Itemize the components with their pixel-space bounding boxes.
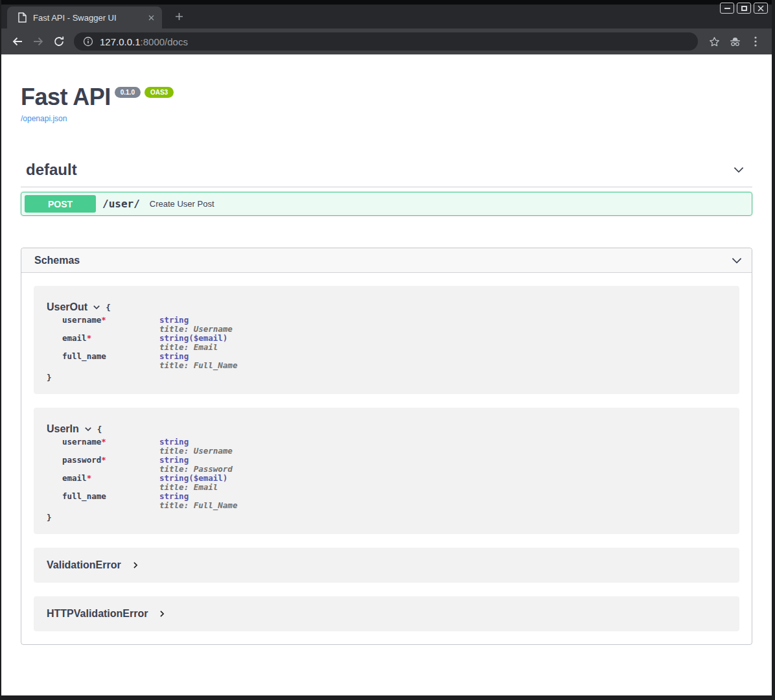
- property-row: full_name string title: Full_Name: [62, 352, 726, 370]
- model-name: HTTPValidationError: [47, 608, 148, 620]
- default-section-header[interactable]: default: [21, 161, 752, 187]
- close-icon: [758, 5, 764, 12]
- plus-icon: [175, 12, 183, 21]
- model-properties: username* string title: Username passwor…: [62, 438, 726, 510]
- schemas-header[interactable]: Schemas: [21, 248, 752, 273]
- window-minimize-button[interactable]: [720, 3, 734, 14]
- model-validationerror-toggle[interactable]: ValidationError: [47, 559, 726, 571]
- chevron-down-icon[interactable]: [730, 253, 744, 268]
- post-method-badge[interactable]: POST: [25, 195, 96, 213]
- prop-type: string: [159, 492, 237, 501]
- endpoint-path: /user/: [102, 198, 140, 210]
- model-userout-toggle[interactable]: UserOut {: [47, 301, 726, 313]
- url-bar[interactable]: 127.0.0.1:8000/docs: [74, 32, 698, 51]
- url-text[interactable]: 127.0.0.1:8000/docs: [100, 36, 188, 47]
- swagger-ui-page: Fast API 0.1.0 OAS3 /openapi.json defaul…: [1, 54, 772, 695]
- prop-type: string($email): [159, 334, 227, 343]
- prop-title: title: Full_Name: [159, 361, 237, 370]
- prop-type: string: [159, 352, 237, 361]
- model-userin-toggle[interactable]: UserIn {: [47, 423, 726, 435]
- oas3-badge: OAS3: [145, 87, 174, 98]
- browser-toolbar: 127.0.0.1:8000/docs: [1, 29, 772, 54]
- model-userout: UserOut { username* string title: Userna…: [34, 286, 739, 394]
- model-httpvalidationerror-toggle[interactable]: HTTPValidationError: [47, 608, 726, 620]
- window-titlebar: [1, 0, 772, 5]
- property-row: username* string title: Username: [62, 316, 726, 334]
- prop-title: title: Email: [159, 343, 227, 352]
- window-controls: [720, 3, 768, 14]
- prop-title: title: Email: [159, 483, 227, 492]
- url-host: 127.0.0.1: [100, 36, 141, 47]
- property-row: username* string title: Username: [62, 438, 726, 456]
- browser-window: Fast API - Swagger UI: [0, 0, 775, 700]
- model-name: ValidationError: [47, 559, 121, 571]
- required-star: *: [87, 473, 92, 483]
- chevron-down-icon[interactable]: [732, 163, 746, 177]
- brace-open: {: [97, 425, 102, 434]
- prop-title: title: Password: [159, 465, 233, 474]
- chevron-down-icon[interactable]: [92, 303, 101, 312]
- reload-button[interactable]: [49, 32, 69, 51]
- prop-name: username: [62, 437, 101, 447]
- tab-strip: Fast API - Swagger UI: [1, 5, 772, 29]
- brace-close: }: [47, 373, 726, 382]
- section-title: default: [26, 161, 77, 179]
- default-tag-section: default POST /user/ Create User Post: [21, 161, 752, 216]
- browser-tab[interactable]: Fast API - Swagger UI: [7, 6, 162, 29]
- back-arrow-icon: [12, 36, 23, 47]
- window-close-button[interactable]: [754, 3, 768, 14]
- schemas-section: Schemas UserOut {: [21, 248, 752, 645]
- model-properties: username* string title: Username email* …: [62, 316, 726, 370]
- post-user-endpoint[interactable]: POST /user/ Create User Post: [21, 192, 752, 216]
- bookmark-button[interactable]: [704, 32, 724, 51]
- reload-icon: [53, 36, 65, 47]
- back-button[interactable]: [8, 32, 27, 51]
- tab-close-button[interactable]: [145, 12, 157, 23]
- model-userin: UserIn { username* string title: Usernam…: [34, 408, 739, 534]
- chevron-down-icon[interactable]: [84, 425, 93, 434]
- model-validationerror: ValidationError: [34, 548, 739, 583]
- browser-menu-button[interactable]: [746, 32, 765, 51]
- api-info: Fast API 0.1.0 OAS3 /openapi.json: [1, 54, 772, 124]
- window-maximize-button[interactable]: [737, 3, 751, 14]
- prop-name: full_name: [62, 491, 106, 501]
- forward-button[interactable]: [29, 32, 48, 51]
- brace-open: {: [106, 303, 111, 312]
- incognito-indicator[interactable]: [725, 32, 745, 51]
- bookmark-star-icon: [709, 36, 720, 47]
- required-star: *: [101, 437, 106, 447]
- prop-type: string: [159, 438, 233, 447]
- required-star: *: [101, 455, 106, 465]
- prop-name: email: [62, 473, 87, 483]
- info-icon[interactable]: [83, 36, 93, 47]
- brace-close: }: [47, 513, 726, 522]
- document-icon: [17, 12, 27, 23]
- property-row: password* string title: Password: [62, 456, 726, 474]
- kebab-menu-icon: [754, 36, 757, 47]
- new-tab-button[interactable]: [171, 8, 187, 24]
- version-badge: 0.1.0: [115, 87, 141, 98]
- prop-type: string: [159, 456, 233, 465]
- model-httpvalidationerror: HTTPValidationError: [34, 596, 739, 631]
- schemas-body: UserOut { username* string title: Userna…: [21, 273, 752, 644]
- maximize-icon: [741, 6, 747, 11]
- prop-title: title: Username: [159, 447, 233, 456]
- required-star: *: [101, 315, 106, 325]
- prop-type: string($email): [159, 474, 227, 483]
- tab-title: Fast API - Swagger UI: [33, 13, 145, 23]
- chevron-right-icon[interactable]: [157, 609, 167, 618]
- required-star: *: [87, 333, 92, 343]
- prop-name: username: [62, 315, 101, 325]
- incognito-icon: [729, 36, 741, 47]
- schemas-title: Schemas: [34, 255, 80, 266]
- model-name: UserIn: [47, 423, 79, 435]
- property-row: full_name string title: Full_Name: [62, 492, 726, 510]
- prop-name: full_name: [62, 351, 106, 361]
- prop-name: password: [62, 455, 101, 465]
- chevron-right-icon[interactable]: [131, 561, 140, 570]
- prop-title: title: Full_Name: [159, 501, 237, 510]
- browser-chrome: Fast API - Swagger UI: [1, 0, 772, 54]
- prop-title: title: Username: [159, 325, 233, 334]
- prop-name: email: [62, 333, 87, 343]
- openapi-spec-link[interactable]: /openapi.json: [21, 114, 67, 123]
